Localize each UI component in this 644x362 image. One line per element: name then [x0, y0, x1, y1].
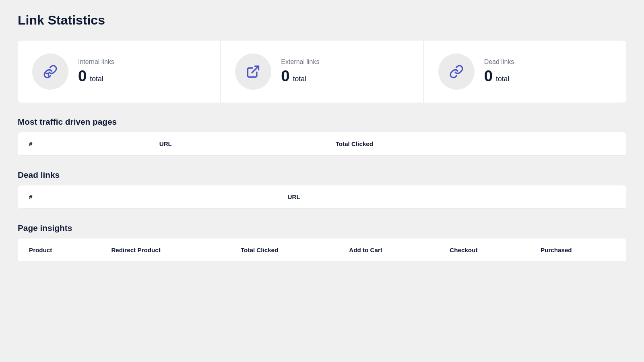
external-link-icon-circle [235, 53, 271, 90]
traffic-table-header-row: # URL Total Clicked [18, 132, 626, 156]
dead-links-value: 0 total [484, 67, 514, 85]
dead-link-icon [449, 64, 464, 79]
dead-links-card: Dead links 0 total [424, 41, 626, 103]
dead-links-number: 0 [484, 67, 493, 85]
dead-links-col-url: URL [277, 185, 626, 209]
page-insights-table-container: Product Redirect Product Total Clicked A… [18, 239, 626, 262]
internal-link-icon [43, 64, 58, 79]
dead-links-label: Dead links [484, 58, 514, 66]
external-links-value: 0 total [281, 67, 319, 85]
svg-line-0 [252, 66, 259, 73]
internal-link-icon-circle [32, 53, 68, 90]
insights-col-product: Product [18, 239, 100, 262]
dead-links-table-header-row: # URL [18, 185, 626, 209]
insights-col-redirect: Redirect Product [100, 239, 229, 262]
page-insights-table: Product Redirect Product Total Clicked A… [18, 239, 626, 262]
traffic-col-hash: # [18, 132, 148, 156]
internal-links-card: Internal links 0 total [18, 41, 221, 103]
external-links-label: External links [281, 58, 319, 66]
dead-links-table: # URL [18, 185, 626, 209]
internal-links-label: Internal links [78, 58, 114, 66]
insights-col-checkout: Checkout [438, 239, 529, 262]
external-link-icon [246, 64, 260, 79]
internal-links-value: 0 total [78, 67, 114, 85]
insights-col-clicked: Total Clicked [229, 239, 338, 262]
insights-col-add-to-cart: Add to Cart [338, 239, 438, 262]
external-links-number: 0 [281, 67, 289, 85]
external-links-info: External links 0 total [281, 58, 319, 85]
page-container: Link Statistics Internal links 0 total [0, 0, 644, 289]
page-insights-header-row: Product Redirect Product Total Clicked A… [18, 239, 626, 262]
traffic-table-container: # URL Total Clicked [18, 132, 626, 156]
page-insights-section-title: Page insights [18, 223, 626, 233]
external-links-card: External links 0 total [221, 41, 423, 103]
external-links-unit: total [293, 75, 306, 83]
dead-links-col-hash: # [18, 185, 277, 209]
page-title: Link Statistics [18, 13, 626, 28]
dead-links-info: Dead links 0 total [484, 58, 514, 85]
internal-links-number: 0 [78, 67, 87, 85]
stats-row: Internal links 0 total External links 0 [18, 41, 626, 103]
internal-links-unit: total [90, 75, 103, 83]
dead-links-section-title: Dead links [18, 170, 626, 180]
internal-links-info: Internal links 0 total [78, 58, 114, 85]
dead-links-table-container: # URL [18, 185, 626, 209]
traffic-col-url: URL [148, 132, 324, 156]
traffic-section-title: Most traffic driven pages [18, 117, 626, 127]
traffic-col-clicked: Total Clicked [324, 132, 626, 156]
dead-links-unit: total [496, 75, 509, 83]
insights-col-purchased: Purchased [529, 239, 626, 262]
traffic-table: # URL Total Clicked [18, 132, 626, 156]
dead-link-icon-circle [438, 53, 475, 90]
